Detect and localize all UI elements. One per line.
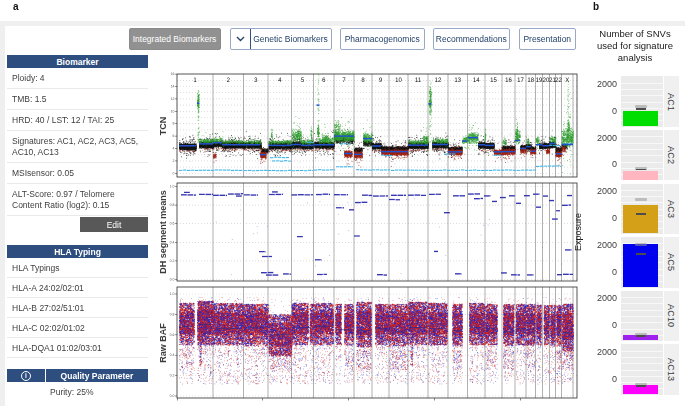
facet-gridline [621,196,663,197]
facet-tick-label: 2000 [572,240,617,250]
facet-gridline [621,370,663,371]
confidence-marker-light [635,243,647,246]
list-item: HLA-A 24:02/02:01 [7,278,148,298]
facet-gridline [621,95,663,96]
pharmacogenomics-button[interactable]: Pharmacogenomics [340,28,425,50]
recommendations-label: Recommendations [436,34,507,44]
integrated-biomarkers-button[interactable]: Integrated Biomarkers [129,28,221,50]
snv-chart-title: Number of SNVs used for signature analys… [590,28,680,64]
facet-tick-label: 0 [572,374,617,384]
facet-panel-ac2 [621,130,663,180]
facet-tick-label: 2000 [572,293,617,303]
tcn-axis-label: TCN [158,96,168,156]
facet-gridline [621,297,663,298]
confidence-marker-dark [636,335,646,337]
facet-tick-label: 0 [572,106,617,116]
facet-tick-label: 0 [572,213,617,223]
info-circle-icon: i [21,371,31,381]
facet-gridline [621,202,663,203]
facet-gridline [621,329,663,330]
list-item: HRD: 40 / LST: 12 / TAI: 25 [7,110,148,131]
list-item: ALT-Score: 0.97 / Telomere Content Ratio… [7,184,148,216]
facet-gridline [621,351,663,352]
edit-button-label: Edit [107,220,122,230]
list-item: HLA-DQA1 01:02/03:01 [7,338,148,358]
facet-tick-label: 2000 [572,79,617,89]
genetic-biomarkers-button-group[interactable]: Genetic Biomarkers [230,28,332,50]
facet-panel-ac3 [621,184,663,234]
list-item: HLA-C 02:02/01:02 [7,318,148,338]
biomarker-list: Ploidy: 4TMB: 1.5HRD: 40 / LST: 12 / TAI… [7,68,148,216]
facet-panel-ac1 [621,76,663,126]
presentation-button[interactable]: Presentation [519,28,576,50]
facet-strip-label: AC3 [666,200,676,218]
list-item: Purity: 25% [7,382,148,400]
confidence-marker-dark [636,108,646,110]
facet-tick-label: 0 [572,267,617,277]
exposure-bar-ac3 [623,205,658,233]
facet-gridline [621,143,663,144]
facet-strip-label: AC13 [666,358,676,381]
facet-gridline [621,190,663,191]
facet-gridline [621,136,663,137]
presentation-label: Presentation [523,34,571,44]
facet-panel-ac10 [621,291,663,341]
recommendations-button[interactable]: Recommendations [433,28,511,50]
facet-gridline [621,376,663,377]
confidence-marker-dark [636,213,646,215]
list-item: Signatures: AC1, AC2, AC3, AC5, AC10, AC… [7,131,148,163]
list-item: MSIsensor: 0.05 [7,163,148,184]
facet-strip-label: AC2 [666,146,676,164]
facet-gridline [621,83,663,84]
facet-strip-ac3: AC3 [664,184,679,234]
facet-tick-label: 2000 [572,347,617,357]
confidence-marker-dark [636,169,646,171]
facet-gridline [621,149,663,150]
confidence-marker-light [635,198,647,201]
facet-strip-label: AC10 [666,304,676,327]
facet-strip-ac13: AC13 [664,344,679,394]
biomarker-panel-title: Biomarker [56,57,98,67]
list-item: TMB: 1.5 [7,89,148,110]
facet-panel-ac5 [621,237,663,287]
facet-gridline [621,102,663,103]
pharmacogenomics-label: Pharmacogenomics [345,34,420,44]
genetic-biomarkers-label: Genetic Biomarkers [251,29,331,49]
confidence-marker-dark [636,385,646,387]
facet-tick-label: 2000 [572,186,617,196]
facet-gridline [621,155,663,156]
facet-strip-ac1: AC1 [664,76,679,126]
facet-strip-label: AC1 [666,93,676,111]
facet-gridline [621,310,663,311]
facet-strip-label: AC5 [666,253,676,271]
facet-gridline [621,303,663,304]
list-item: Ploidy: 4 [7,68,148,89]
quality-parameter-info-cell[interactable]: i [7,369,46,382]
dh-segment-means-axis-label: DH segment means [158,182,168,282]
hla-typing-list: HLA TypingsHLA-A 24:02/02:01HLA-B 27:02/… [7,258,148,358]
facet-gridline [621,162,663,163]
facet-gridline [621,357,663,358]
hla-typing-panel-title: HLA Typing [54,247,101,257]
panel-a-label: a [13,1,19,12]
list-item: HLA Typings [7,258,148,278]
quality-parameter-list: Purity: 25% [7,382,148,400]
facet-strip-ac2: AC2 [664,130,679,180]
panel-b-label: b [593,1,599,12]
facet-tick-label: 0 [572,320,617,330]
genetic-biomarkers-dropdown-toggle[interactable] [231,29,251,49]
edit-button[interactable]: Edit [80,217,148,232]
integrated-biomarkers-label: Integrated Biomarkers [133,34,217,44]
raw-baf-axis-label: Raw BAF [158,313,168,373]
facet-gridline [621,316,663,317]
exposure-bar-ac5 [623,244,658,286]
facet-gridline [621,89,663,90]
facet-strip-ac10: AC10 [664,291,679,341]
chevron-down-icon [236,36,245,42]
facet-gridline [621,363,663,364]
facet-tick-label: 0 [572,159,617,169]
confidence-marker-dark [636,253,646,255]
facet-tick-label: 2000 [572,133,617,143]
facet-strip-ac5: AC5 [664,237,679,287]
quality-parameter-panel-header: i Quality Parameter [7,369,148,382]
